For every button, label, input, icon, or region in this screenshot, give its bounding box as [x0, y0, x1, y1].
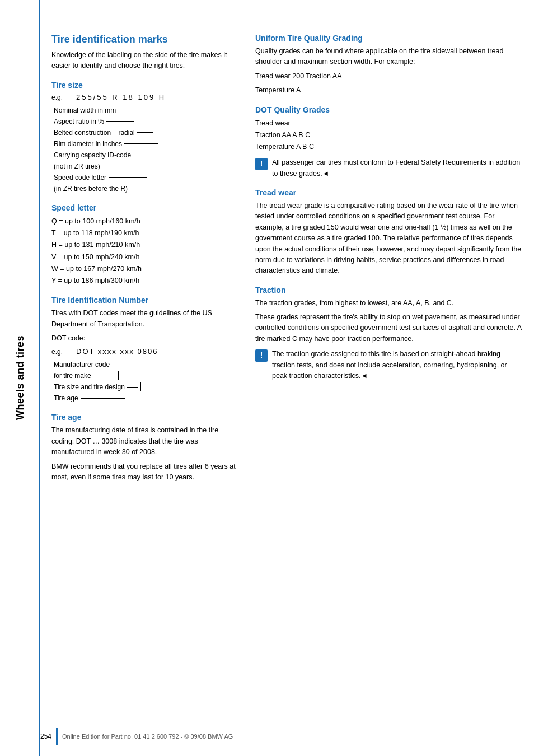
tread-wear-section: Tread wear The tread wear grade is a com… [255, 188, 523, 277]
page-wrapper: Wheels and tires Tire identification mar… [0, 0, 534, 756]
dot-quality-list: Tread wear Traction AA A B C Temperature… [255, 118, 523, 153]
sidebar-accent-line [39, 0, 40, 756]
ts-label-3: Belted construction – radial [54, 127, 158, 138]
tire-id-para1: Tires with DOT codes meet the guidelines… [51, 308, 242, 330]
footer: 254 Online Edition for Part no. 01 41 2 … [40, 728, 534, 745]
speed-item-h: H = up to 131 mph/210 km/h [51, 239, 242, 251]
traction-section: Traction The traction grades, from highe… [255, 286, 523, 382]
tread-wear-para: The tread wear grade is a comparative ra… [255, 200, 523, 277]
dq-item-3: Temperature A B C [255, 141, 523, 153]
tread-wear-title: Tread wear [255, 188, 523, 197]
main-content: Tire identification marks Knowledge of t… [40, 0, 534, 756]
dot-label-2: for tire make [54, 370, 242, 381]
footer-accent-line [56, 728, 58, 745]
traction-warning: ! The traction grade assigned to this ti… [255, 349, 523, 381]
traction-warning-text: The traction grade assigned to this tire… [272, 349, 523, 381]
speed-item-y: Y = up to 186 mph/300 km/h [51, 275, 242, 287]
ts-label-1: Nominal width in mm [54, 105, 158, 116]
tire-size-eg-label: e.g. [51, 94, 72, 101]
utqg-para3: Temperature A [255, 85, 523, 96]
speed-item-v: V = up to 150 mph/240 km/h [51, 251, 242, 263]
tire-age-para1: The manufacturing date of tires is conta… [51, 425, 242, 458]
tire-id-para2: DOT code: [51, 333, 242, 344]
right-column: Uniform Tire Quality Grading Quality gra… [255, 34, 523, 745]
ts-label-7: Speed code letter [54, 172, 158, 183]
tire-id-section: Tire Identification Number Tires with DO… [51, 296, 242, 404]
tire-size-labels: Nominal width in mm Aspect ratio in % Be… [54, 105, 158, 194]
tire-size-section: Tire size e.g. 255/55 R 18 109 H Nominal… [51, 81, 242, 194]
left-column: Tire identification marks Knowledge of t… [51, 34, 242, 745]
utqg-para2: Tread wear 200 Traction AA [255, 71, 523, 82]
sidebar: Wheels and tires [0, 0, 40, 756]
speed-letter-section: Speed letter Q = up to 100 mph/160 km/h … [51, 203, 242, 287]
traction-title: Traction [255, 286, 523, 295]
intro-text: Knowledge of the labeling on the side of… [51, 50, 242, 72]
tire-age-title: Tire age [51, 413, 242, 422]
speed-list: Q = up to 100 mph/160 km/h T = up to 118… [51, 216, 242, 287]
warning-icon-1: ! [255, 158, 268, 170]
utqg-title: Uniform Tire Quality Grading [255, 34, 523, 43]
ts-label-4: Rim diameter in inches [54, 138, 158, 150]
dq-item-2: Traction AA A B C [255, 129, 523, 141]
speed-item-t: T = up to 118 mph/190 km/h [51, 227, 242, 239]
dot-quality-section: DOT Quality Grades Tread wear Traction A… [255, 105, 523, 180]
ts-label-5: Carrying capacity ID-code [54, 150, 158, 161]
dq-item-1: Tread wear [255, 118, 523, 129]
dot-quality-title: DOT Quality Grades [255, 105, 523, 114]
footer-text: Online Edition for Part no. 01 41 2 600 … [62, 733, 233, 740]
dot-quality-warning: ! All passenger car tires must conform t… [255, 157, 523, 179]
dot-eg-label: e.g. [51, 348, 72, 356]
traction-para2: These grades represent the tire's abilit… [255, 312, 523, 344]
warning-icon-2: ! [255, 349, 268, 362]
speed-item-w: W = up to 167 mph/270 km/h [51, 263, 242, 275]
dot-label-1: Manufacturer code [54, 359, 242, 370]
main-title-block: Tire identification marks Knowledge of t… [51, 34, 242, 72]
footer-page-number: 254 [40, 732, 51, 740]
utqg-para1: Quality grades can be found where applic… [255, 46, 523, 68]
dot-eg-row: e.g. DOT xxxx xxx 0806 [51, 347, 242, 356]
dot-quality-warning-text: All passenger car tires must conform to … [272, 157, 523, 179]
dot-label-4: Tire age [54, 393, 242, 404]
speed-letter-title: Speed letter [51, 203, 242, 212]
dot-diagram: e.g. DOT xxxx xxx 0806 Manufacturer code… [51, 347, 242, 404]
dot-code: DOT xxxx xxx 0806 [76, 347, 158, 356]
tire-age-para2: BMW recommends that you replace all tire… [51, 461, 242, 483]
ts-label-8: (in ZR tires before the R) [54, 183, 158, 194]
tire-size-title: Tire size [51, 81, 242, 90]
dot-label-3: Tire size and tire design [54, 381, 242, 393]
tire-id-title: Tire Identification Number [51, 296, 242, 305]
ts-label-2: Aspect ratio in % [54, 116, 158, 127]
tire-size-diagram: e.g. 255/55 R 18 109 H Nominal width in … [51, 93, 242, 194]
sidebar-label: Wheels and tires [15, 335, 26, 420]
tire-size-bracket: Nominal width in mm Aspect ratio in % Be… [54, 105, 242, 194]
page-title: Tire identification marks [51, 34, 242, 45]
tire-age-section: Tire age The manufacturing date of tires… [51, 413, 242, 483]
tire-size-eg-row: e.g. 255/55 R 18 109 H [51, 93, 242, 101]
traction-para1: The traction grades, from highest to low… [255, 298, 523, 309]
utqg-section: Uniform Tire Quality Grading Quality gra… [255, 34, 523, 96]
ts-label-6: (not in ZR tires) [54, 161, 158, 172]
tire-size-code: 255/55 R 18 109 H [76, 93, 166, 101]
speed-item-q: Q = up to 100 mph/160 km/h [51, 216, 242, 227]
dot-labels: Manufacturer code for tire make Tire siz… [54, 359, 242, 404]
